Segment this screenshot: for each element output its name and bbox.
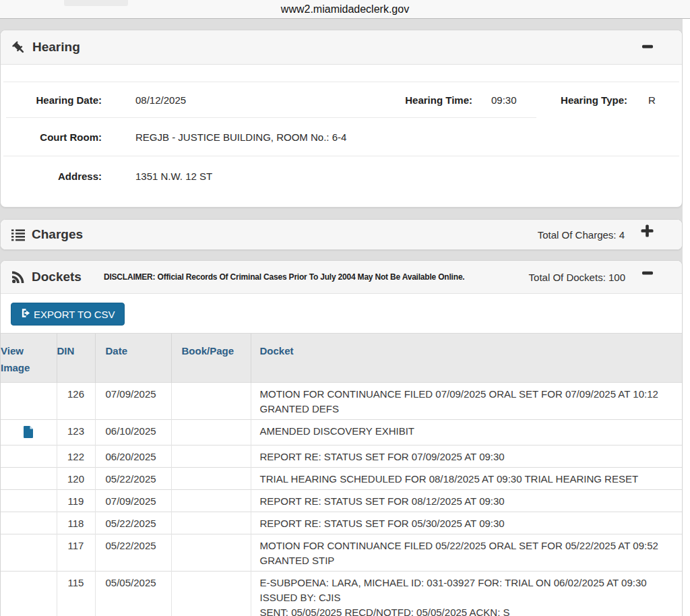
docket-text-cell: TRIAL HEARING SCHEDULED FOR 08/18/2025 A… [251, 468, 682, 490]
date-cell: 05/22/2025 [95, 534, 171, 572]
hearing-title: Hearing [32, 40, 80, 55]
date-cell: 06/10/2025 [95, 420, 171, 445]
dockets-collapse-button[interactable] [641, 267, 654, 281]
docket-text-cell: MOTION FOR CONTINUANCE FILED 05/22/2025 … [251, 534, 682, 572]
docket-text-cell: REPORT RE: STATUS SET FOR 05/30/2025 AT … [251, 512, 682, 534]
docket-text-cell: MOTION FOR CONTINUANCE FILED 07/09/2025 … [251, 383, 682, 420]
docket-text-cell: REPORT RE: STATUS SET FOR 07/09/2025 AT … [251, 445, 682, 468]
view-image-cell [1, 572, 57, 616]
hearing-header[interactable]: Hearing [1, 30, 682, 65]
book-page-cell [171, 445, 251, 468]
book-page-cell [171, 468, 251, 490]
hearing-row-address: Address: 1351 N.W. 12 ST [1, 156, 682, 195]
feed-icon [11, 270, 25, 284]
hearing-body: Hearing Date: 08/12/2025 Hearing Time: 0… [1, 65, 682, 195]
date-cell: 06/20/2025 [95, 445, 171, 468]
din-cell: 123 [57, 420, 95, 445]
docket-row: 11705/22/2025MOTION FOR CONTINUANCE FILE… [1, 534, 682, 572]
din-cell: 122 [57, 445, 95, 468]
docket-row: 12306/10/2025AMENDED DISCOVERY EXHIBIT [1, 420, 682, 445]
view-image-cell[interactable] [1, 420, 57, 445]
header-book-page: Book/Page [171, 334, 251, 383]
export-button-label: EXPORT TO CSV [34, 309, 115, 320]
hearing-type-value: R [627, 94, 682, 106]
browser-url-bar[interactable]: www2.miamidadeclerk.gov [0, 0, 690, 19]
header-date: Date [95, 334, 171, 383]
date-cell: 05/05/2025 [95, 572, 171, 616]
charges-header[interactable]: Charges Total Of Charges: 4 [1, 220, 682, 249]
docket-row: 12607/09/2025MOTION FOR CONTINUANCE FILE… [1, 383, 682, 420]
charges-expand-button[interactable] [641, 224, 654, 239]
hearing-collapse-button[interactable] [641, 40, 654, 55]
hearing-type-label: Hearing Type: [540, 94, 627, 106]
book-page-cell [171, 383, 251, 420]
address-value: 1351 N.W. 12 ST [102, 171, 682, 182]
hearing-time-value: 09:30 [472, 94, 540, 106]
document-icon [24, 429, 34, 440]
docket-text-cell: E-SUBPOENA: LARA, MICHAEL ID: 031-03927 … [251, 572, 682, 616]
view-image-cell [1, 383, 57, 420]
hearing-time-label: Hearing Time: [371, 94, 472, 106]
browser-tab-remnant [64, 0, 128, 6]
date-cell: 07/09/2025 [95, 383, 171, 420]
header-din: DIN [57, 334, 95, 383]
book-page-cell [171, 420, 251, 445]
docket-row: 11505/05/2025E-SUBPOENA: LARA, MICHAEL I… [1, 572, 682, 616]
court-room-label: Court Room: [1, 131, 102, 143]
charges-title: Charges [32, 227, 83, 242]
dockets-section: Dockets DISCLAIMER: Official Records Of … [0, 260, 683, 616]
book-page-cell [171, 534, 251, 572]
date-cell: 05/22/2025 [95, 512, 171, 534]
hearing-row-courtroom: Court Room: REGJB - JUSTICE BUILDING, RO… [1, 118, 682, 156]
date-cell: 07/09/2025 [95, 490, 171, 512]
docket-row: 12005/22/2025TRIAL HEARING SCHEDULED FOR… [1, 468, 682, 490]
docket-table-header-row: View Image DIN Date Book/Page Docket [1, 334, 682, 383]
book-page-cell [171, 572, 251, 616]
hearing-section: Hearing Hearing Date: 08/12/2025 Hearing… [0, 30, 683, 208]
din-cell: 118 [57, 512, 95, 534]
docket-row: 11907/09/2025REPORT RE: STATUS SET FOR 0… [1, 490, 682, 512]
plus-icon [641, 224, 654, 239]
dockets-title: Dockets [32, 270, 82, 284]
url-text: www2.miamidadeclerk.gov [281, 3, 409, 16]
docket-table: View Image DIN Date Book/Page Docket 126… [1, 333, 682, 616]
book-page-cell [171, 512, 251, 534]
docket-row: 12206/20/2025REPORT RE: STATUS SET FOR 0… [1, 445, 682, 468]
page-content: Hearing Hearing Date: 08/12/2025 Hearing… [0, 19, 683, 616]
dockets-disclaimer: DISCLAIMER: Official Records Of Criminal… [104, 272, 465, 282]
docket-text-cell: AMENDED DISCOVERY EXHIBIT [251, 420, 682, 445]
gavel-icon [11, 40, 26, 55]
view-image-cell [1, 468, 57, 490]
docket-table-body: 12607/09/2025MOTION FOR CONTINUANCE FILE… [1, 383, 682, 616]
minus-icon [641, 267, 654, 281]
dockets-total: Total Of Dockets: 100 [529, 272, 625, 283]
hearing-row-date: Hearing Date: 08/12/2025 Hearing Time: 0… [1, 82, 682, 117]
charges-section: Charges Total Of Charges: 4 [0, 219, 683, 250]
din-cell: 115 [57, 572, 95, 616]
header-view-image: View Image [1, 334, 57, 383]
view-image-cell [1, 490, 57, 512]
charges-total: Total Of Charges: 4 [538, 229, 625, 241]
book-page-cell [171, 490, 251, 512]
minus-icon [641, 40, 654, 55]
hearing-date-value: 08/12/2025 [102, 94, 371, 106]
din-cell: 119 [57, 490, 95, 512]
view-image-cell [1, 534, 57, 572]
view-image-cell [1, 512, 57, 534]
docket-row: 11805/22/2025REPORT RE: STATUS SET FOR 0… [1, 512, 682, 534]
hearing-date-label: Hearing Date: [1, 94, 102, 106]
view-image-cell [1, 445, 57, 468]
export-to-csv-button[interactable]: EXPORT TO CSV [11, 303, 125, 326]
header-docket: Docket [251, 334, 682, 383]
docket-text-cell: REPORT RE: STATUS SET FOR 08/12/2025 AT … [251, 490, 682, 512]
court-room-value: REGJB - JUSTICE BUILDING, ROOM No.: 6-4 [102, 131, 682, 143]
export-icon [20, 307, 32, 321]
dockets-header[interactable]: Dockets DISCLAIMER: Official Records Of … [1, 261, 682, 294]
address-label: Address: [1, 171, 102, 182]
din-cell: 120 [57, 468, 95, 490]
din-cell: 117 [57, 534, 95, 572]
list-icon [11, 228, 25, 241]
din-cell: 126 [57, 383, 95, 420]
date-cell: 05/22/2025 [95, 468, 171, 490]
